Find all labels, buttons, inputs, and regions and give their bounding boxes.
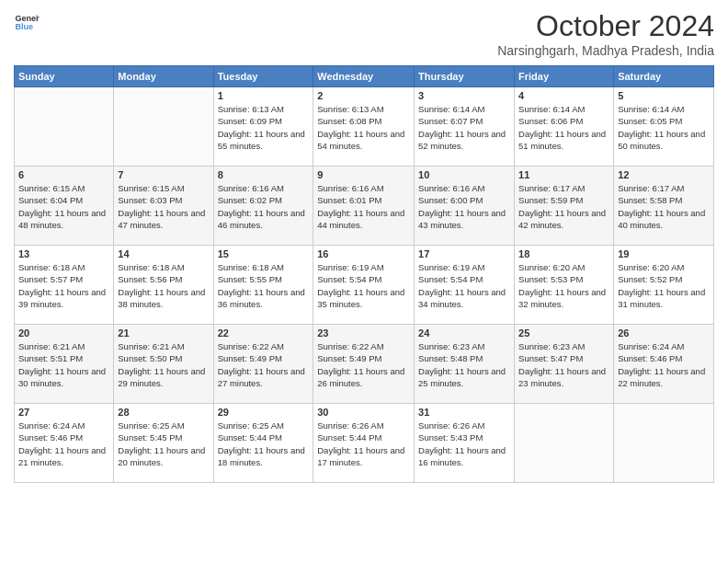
calendar-day-cell: 10Sunrise: 6:16 AMSunset: 6:00 PMDayligh… <box>415 167 515 246</box>
day-info: Sunrise: 6:17 AMSunset: 5:58 PMDaylight:… <box>618 182 710 231</box>
calendar-day-cell: 14Sunrise: 6:18 AMSunset: 5:56 PMDayligh… <box>114 246 213 325</box>
day-number: 12 <box>618 169 710 180</box>
calendar-day-cell <box>114 87 213 167</box>
day-info: Sunrise: 6:24 AMSunset: 5:46 PMDaylight:… <box>18 419 109 468</box>
day-number: 1 <box>218 90 310 101</box>
day-number: 23 <box>317 327 410 339</box>
day-info: Sunrise: 6:13 AMSunset: 6:09 PMDaylight:… <box>218 103 310 152</box>
header: General Blue October 2024 Narsinghgarh, … <box>14 9 714 58</box>
day-number: 25 <box>518 327 609 339</box>
day-number: 7 <box>118 169 209 180</box>
calendar-day-cell: 13Sunrise: 6:18 AMSunset: 5:57 PMDayligh… <box>15 246 114 325</box>
day-number: 28 <box>118 407 209 418</box>
day-info: Sunrise: 6:21 AMSunset: 5:50 PMDaylight:… <box>118 340 209 389</box>
day-info: Sunrise: 6:26 AMSunset: 5:44 PMDaylight:… <box>317 419 410 468</box>
calendar-day-cell: 28Sunrise: 6:25 AMSunset: 5:45 PMDayligh… <box>114 404 213 483</box>
day-number: 17 <box>418 248 510 259</box>
day-number: 18 <box>518 248 609 259</box>
calendar-week-row: 6Sunrise: 6:15 AMSunset: 6:04 PMDaylight… <box>15 167 714 246</box>
calendar-day-cell: 18Sunrise: 6:20 AMSunset: 5:53 PMDayligh… <box>515 246 614 325</box>
day-info: Sunrise: 6:25 AMSunset: 5:45 PMDaylight:… <box>118 419 209 468</box>
calendar-header-row: SundayMondayTuesdayWednesdayThursdayFrid… <box>15 66 714 87</box>
weekday-header-cell: Wednesday <box>313 66 415 87</box>
day-number: 31 <box>418 407 510 418</box>
calendar-day-cell: 15Sunrise: 6:18 AMSunset: 5:55 PMDayligh… <box>213 246 313 325</box>
svg-text:General: General <box>15 14 40 23</box>
calendar-day-cell: 24Sunrise: 6:23 AMSunset: 5:48 PMDayligh… <box>415 325 515 404</box>
calendar-day-cell: 5Sunrise: 6:14 AMSunset: 6:05 PMDaylight… <box>614 87 714 167</box>
day-info: Sunrise: 6:15 AMSunset: 6:04 PMDaylight:… <box>18 182 109 231</box>
day-info: Sunrise: 6:26 AMSunset: 5:43 PMDaylight:… <box>418 419 510 468</box>
day-number: 30 <box>317 407 410 418</box>
day-number: 15 <box>218 248 310 259</box>
calendar-day-cell: 4Sunrise: 6:14 AMSunset: 6:06 PMDaylight… <box>515 87 614 167</box>
calendar-day-cell: 19Sunrise: 6:20 AMSunset: 5:52 PMDayligh… <box>614 246 714 325</box>
logo-icon: General Blue <box>14 9 40 35</box>
calendar-day-cell: 16Sunrise: 6:19 AMSunset: 5:54 PMDayligh… <box>313 246 415 325</box>
calendar-day-cell: 25Sunrise: 6:23 AMSunset: 5:47 PMDayligh… <box>515 325 614 404</box>
calendar-day-cell: 29Sunrise: 6:25 AMSunset: 5:44 PMDayligh… <box>213 404 313 483</box>
day-number: 2 <box>317 90 410 101</box>
calendar-day-cell: 8Sunrise: 6:16 AMSunset: 6:02 PMDaylight… <box>213 167 313 246</box>
location-subtitle: Narsinghgarh, Madhya Pradesh, India <box>497 43 714 58</box>
day-number: 10 <box>418 169 510 180</box>
day-number: 13 <box>18 248 109 259</box>
day-info: Sunrise: 6:20 AMSunset: 5:52 PMDaylight:… <box>618 261 710 310</box>
calendar-day-cell: 1Sunrise: 6:13 AMSunset: 6:09 PMDaylight… <box>213 87 313 167</box>
day-info: Sunrise: 6:14 AMSunset: 6:05 PMDaylight:… <box>618 103 710 152</box>
calendar-day-cell: 12Sunrise: 6:17 AMSunset: 5:58 PMDayligh… <box>614 167 714 246</box>
day-number: 26 <box>618 327 710 339</box>
calendar-week-row: 13Sunrise: 6:18 AMSunset: 5:57 PMDayligh… <box>15 246 714 325</box>
calendar-day-cell: 17Sunrise: 6:19 AMSunset: 5:54 PMDayligh… <box>415 246 515 325</box>
day-number: 20 <box>18 327 109 339</box>
logo: General Blue <box>14 9 40 35</box>
day-number: 14 <box>118 248 209 259</box>
day-info: Sunrise: 6:21 AMSunset: 5:51 PMDaylight:… <box>18 340 109 389</box>
day-info: Sunrise: 6:22 AMSunset: 5:49 PMDaylight:… <box>317 340 410 389</box>
calendar-body: 1Sunrise: 6:13 AMSunset: 6:09 PMDaylight… <box>15 87 714 483</box>
day-number: 29 <box>218 407 310 418</box>
day-info: Sunrise: 6:15 AMSunset: 6:03 PMDaylight:… <box>118 182 209 231</box>
day-info: Sunrise: 6:14 AMSunset: 6:07 PMDaylight:… <box>418 103 510 152</box>
calendar-day-cell: 22Sunrise: 6:22 AMSunset: 5:49 PMDayligh… <box>213 325 313 404</box>
day-info: Sunrise: 6:19 AMSunset: 5:54 PMDaylight:… <box>317 261 410 310</box>
weekday-header-cell: Tuesday <box>213 66 313 87</box>
calendar-day-cell: 21Sunrise: 6:21 AMSunset: 5:50 PMDayligh… <box>114 325 213 404</box>
day-number: 21 <box>118 327 209 339</box>
day-info: Sunrise: 6:25 AMSunset: 5:44 PMDaylight:… <box>218 419 310 468</box>
day-number: 24 <box>418 327 510 339</box>
day-number: 6 <box>18 169 109 180</box>
calendar-day-cell <box>515 404 614 483</box>
month-title: October 2024 <box>497 9 714 43</box>
weekday-header-cell: Sunday <box>15 66 114 87</box>
weekday-header-cell: Monday <box>114 66 213 87</box>
day-info: Sunrise: 6:18 AMSunset: 5:56 PMDaylight:… <box>118 261 209 310</box>
calendar-day-cell: 30Sunrise: 6:26 AMSunset: 5:44 PMDayligh… <box>313 404 415 483</box>
day-info: Sunrise: 6:24 AMSunset: 5:46 PMDaylight:… <box>618 340 710 389</box>
day-info: Sunrise: 6:13 AMSunset: 6:08 PMDaylight:… <box>317 103 410 152</box>
weekday-header-cell: Thursday <box>415 66 515 87</box>
weekday-header-cell: Saturday <box>614 66 714 87</box>
day-info: Sunrise: 6:19 AMSunset: 5:54 PMDaylight:… <box>418 261 510 310</box>
svg-text:Blue: Blue <box>15 22 33 31</box>
day-info: Sunrise: 6:17 AMSunset: 5:59 PMDaylight:… <box>518 182 609 231</box>
calendar-week-row: 1Sunrise: 6:13 AMSunset: 6:09 PMDaylight… <box>15 87 714 167</box>
day-info: Sunrise: 6:18 AMSunset: 5:57 PMDaylight:… <box>18 261 109 310</box>
day-number: 11 <box>518 169 609 180</box>
day-info: Sunrise: 6:14 AMSunset: 6:06 PMDaylight:… <box>518 103 609 152</box>
calendar-week-row: 27Sunrise: 6:24 AMSunset: 5:46 PMDayligh… <box>15 404 714 483</box>
calendar-day-cell <box>15 87 114 167</box>
calendar-day-cell: 23Sunrise: 6:22 AMSunset: 5:49 PMDayligh… <box>313 325 415 404</box>
calendar-day-cell: 2Sunrise: 6:13 AMSunset: 6:08 PMDaylight… <box>313 87 415 167</box>
day-number: 19 <box>618 248 710 259</box>
calendar-day-cell: 26Sunrise: 6:24 AMSunset: 5:46 PMDayligh… <box>614 325 714 404</box>
day-number: 16 <box>317 248 410 259</box>
calendar-day-cell: 3Sunrise: 6:14 AMSunset: 6:07 PMDaylight… <box>415 87 515 167</box>
calendar-day-cell: 31Sunrise: 6:26 AMSunset: 5:43 PMDayligh… <box>415 404 515 483</box>
day-info: Sunrise: 6:16 AMSunset: 6:00 PMDaylight:… <box>418 182 510 231</box>
page-container: General Blue October 2024 Narsinghgarh, … <box>0 0 728 563</box>
calendar-day-cell: 7Sunrise: 6:15 AMSunset: 6:03 PMDaylight… <box>114 167 213 246</box>
day-info: Sunrise: 6:23 AMSunset: 5:48 PMDaylight:… <box>418 340 510 389</box>
day-number: 27 <box>18 407 109 418</box>
title-block: October 2024 Narsinghgarh, Madhya Prades… <box>497 9 714 58</box>
